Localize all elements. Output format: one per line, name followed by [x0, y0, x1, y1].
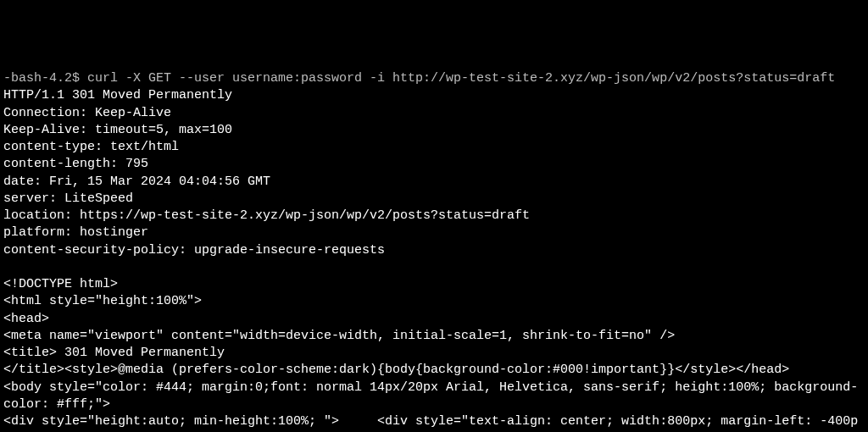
terminal-line-5: content-length: 795 — [3, 156, 865, 173]
terminal-line-9: platform: hostinger — [3, 224, 865, 241]
terminal-line-19: <div style="height:auto; min-height:100%… — [3, 413, 865, 432]
terminal-line-3: Keep-Alive: timeout=5, max=100 — [3, 122, 865, 139]
terminal-line-12: <!DOCTYPE html> — [3, 276, 865, 293]
terminal-line-4: content-type: text/html — [3, 139, 865, 156]
terminal-line-0: -bash-4.2$ curl -X GET --user username:p… — [3, 70, 865, 87]
terminal-line-1: HTTP/1.1 301 Moved Permanently — [3, 87, 865, 104]
terminal-line-17: </title><style>@media (prefers-color-sch… — [3, 362, 865, 379]
terminal-line-10: content-security-policy: upgrade-insecur… — [3, 242, 865, 259]
terminal-line-8: location: https://wp-test-site-2.xyz/wp-… — [3, 208, 865, 224]
terminal-line-18: <body style="color: #444; margin:0;font:… — [3, 379, 865, 414]
terminal-line-6: date: Fri, 15 Mar 2024 04:04:56 GMT — [3, 174, 865, 191]
terminal-line-14: <head> — [3, 311, 865, 328]
terminal-line-11 — [3, 259, 865, 276]
terminal-line-2: Connection: Keep-Alive — [3, 105, 865, 122]
terminal-line-15: <meta name="viewport" content="width=dev… — [3, 328, 865, 345]
terminal-line-13: <html style="height:100%"> — [3, 293, 865, 310]
terminal-output[interactable]: -bash-4.2$ curl -X GET --user username:p… — [3, 70, 865, 432]
terminal-line-7: server: LiteSpeed — [3, 191, 865, 208]
terminal-line-16: <title> 301 Moved Permanently — [3, 345, 865, 362]
